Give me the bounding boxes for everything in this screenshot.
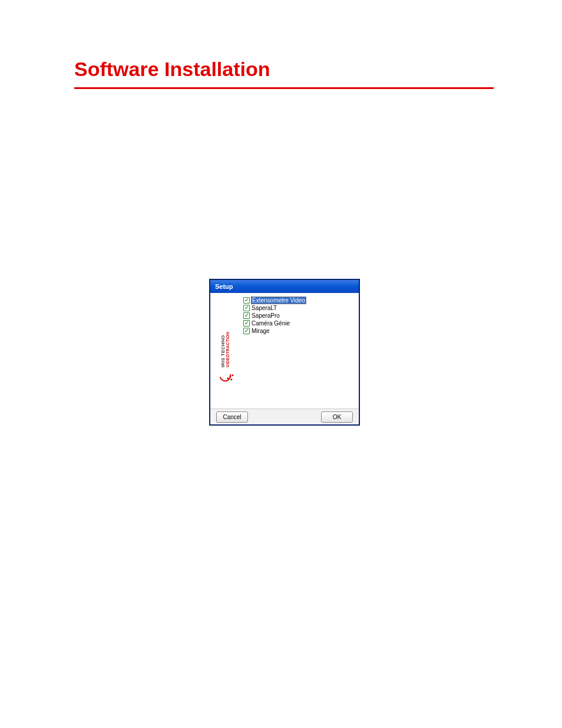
logo-swoosh-icon: [219, 370, 232, 383]
check-icon: ✓: [244, 305, 249, 311]
title-bar[interactable]: Setup: [210, 280, 359, 293]
check-item-saperalt[interactable]: ✓ SaperaLT: [243, 304, 355, 312]
checkbox[interactable]: ✓: [243, 297, 250, 304]
check-label: Mirage: [252, 328, 270, 334]
check-item-camera-genie[interactable]: ✓ Caméra Génie: [243, 319, 355, 327]
sidebar-logo: IRIS TECHNO VIDEOTRACTION: [210, 293, 240, 409]
check-item-saperapro[interactable]: ✓ SaperaPro: [243, 312, 355, 319]
check-item-mirage[interactable]: ✓ Mirage: [243, 327, 355, 335]
title-rule: [74, 87, 494, 89]
title-bar-text: Setup: [215, 283, 233, 290]
checkbox[interactable]: ✓: [243, 312, 250, 319]
check-icon: ✓: [244, 313, 249, 318]
setup-dialog: Setup IRIS TECHNO VIDEOTRACTION ✓ Extens…: [209, 279, 360, 426]
check-label: SaperaPro: [252, 312, 280, 319]
logo-line1: IRIS TECHNO: [221, 332, 226, 368]
check-icon: ✓: [244, 298, 249, 303]
checkbox[interactable]: ✓: [243, 328, 250, 334]
checkbox[interactable]: ✓: [243, 320, 250, 327]
check-label: SaperaLT: [252, 305, 277, 311]
ok-button[interactable]: OK: [321, 411, 353, 423]
dialog-button-bar: Cancel OK: [210, 409, 359, 424]
dialog-body: IRIS TECHNO VIDEOTRACTION ✓ Extensometre…: [210, 293, 359, 409]
page-title: Software Installation: [74, 58, 270, 81]
cancel-button[interactable]: Cancel: [216, 411, 248, 423]
logo-line2: VIDEOTRACTION: [226, 332, 230, 368]
checklist: ✓ Extensometre Video ✓ SaperaLT ✓ Sapera…: [240, 293, 359, 409]
check-item-extensometre[interactable]: ✓ Extensometre Video: [243, 297, 355, 304]
logo: IRIS TECHNO VIDEOTRACTION: [219, 332, 232, 383]
check-label: Extensometre Video: [252, 297, 306, 304]
checkbox[interactable]: ✓: [243, 305, 250, 311]
check-label: Caméra Génie: [252, 320, 290, 327]
check-icon: ✓: [244, 321, 249, 326]
check-icon: ✓: [244, 328, 249, 334]
